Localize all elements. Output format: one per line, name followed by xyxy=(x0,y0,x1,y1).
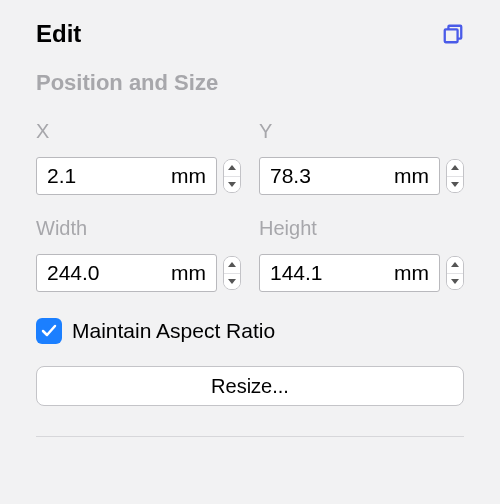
row-position: X mm Y mm xyxy=(36,120,464,195)
stepper-width xyxy=(223,256,241,290)
input-y-value[interactable] xyxy=(270,164,340,188)
input-width[interactable]: mm xyxy=(36,254,217,292)
field-y: Y mm xyxy=(259,120,464,195)
input-height[interactable]: mm xyxy=(259,254,440,292)
field-width: Width mm xyxy=(36,217,241,292)
input-x-value[interactable] xyxy=(47,164,117,188)
resize-button[interactable]: Resize... xyxy=(36,366,464,406)
panel-header: Edit xyxy=(36,20,464,48)
input-height-value[interactable] xyxy=(270,261,340,285)
input-x[interactable]: mm xyxy=(36,157,217,195)
label-height: Height xyxy=(259,217,464,240)
input-width-value[interactable] xyxy=(47,261,117,285)
unit-y: mm xyxy=(394,164,429,188)
aspect-ratio-row: Maintain Aspect Ratio xyxy=(36,318,464,344)
field-height: Height mm xyxy=(259,217,464,292)
stepper-height-down[interactable] xyxy=(447,274,463,290)
stepper-width-up[interactable] xyxy=(224,257,240,274)
stepper-height-up[interactable] xyxy=(447,257,463,274)
aspect-ratio-checkbox[interactable] xyxy=(36,318,62,344)
label-y: Y xyxy=(259,120,464,143)
stepper-y-up[interactable] xyxy=(447,160,463,177)
unit-height: mm xyxy=(394,261,429,285)
unit-x: mm xyxy=(171,164,206,188)
field-x: X mm xyxy=(36,120,241,195)
stepper-y-down[interactable] xyxy=(447,177,463,193)
label-x: X xyxy=(36,120,241,143)
svg-rect-0 xyxy=(445,29,458,42)
stepper-x-up[interactable] xyxy=(224,160,240,177)
unit-width: mm xyxy=(171,261,206,285)
section-divider xyxy=(36,436,464,437)
stepper-y xyxy=(446,159,464,193)
stepper-x xyxy=(223,159,241,193)
stepper-height xyxy=(446,256,464,290)
stepper-x-down[interactable] xyxy=(224,177,240,193)
row-size: Width mm Height mm xyxy=(36,217,464,292)
input-y[interactable]: mm xyxy=(259,157,440,195)
detach-panel-icon[interactable] xyxy=(442,23,464,45)
stepper-width-down[interactable] xyxy=(224,274,240,290)
section-title-position-size: Position and Size xyxy=(36,70,464,96)
aspect-ratio-label: Maintain Aspect Ratio xyxy=(72,319,275,343)
label-width: Width xyxy=(36,217,241,240)
panel-title: Edit xyxy=(36,20,81,48)
